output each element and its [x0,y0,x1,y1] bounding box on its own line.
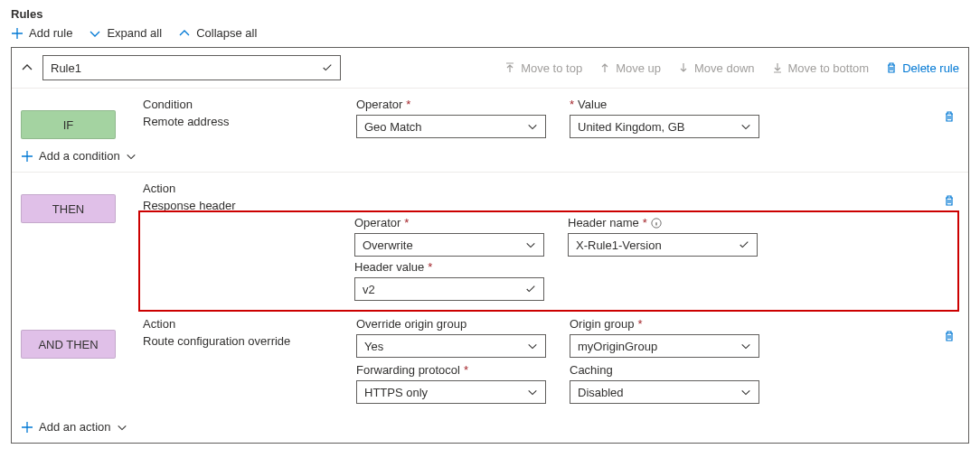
chevron-down-icon [740,121,751,132]
if-badge: IF [21,110,116,139]
action2-label: Action [143,317,351,331]
trash-icon [885,61,898,74]
info-icon[interactable] [651,218,662,229]
required-marker: * [464,363,468,377]
action-label: Action [143,182,351,195]
value-label: Value [578,98,607,111]
delete-rule-label: Delete rule [902,61,959,75]
move-top-label: Move to top [521,61,582,75]
condition-operator-value: Geo Match [364,120,422,134]
required-marker: * [570,98,574,111]
caching-label: Caching [570,363,777,377]
required-marker: * [643,216,647,229]
action1-operator-value: Overwrite [363,238,413,252]
add-rule-label: Add rule [29,26,72,40]
operator-label: Operator [356,98,402,111]
add-condition-button[interactable]: Add a condition [12,144,968,172]
chevron-down-icon [527,121,538,132]
chevron-down-icon [117,422,127,433]
origin-group-select[interactable]: myOriginGroup [570,334,759,358]
move-bottom-icon [771,61,784,74]
chevron-down-icon [525,239,536,250]
collapse-all-label: Collapse all [196,26,257,40]
move-up-button: Move up [598,61,661,75]
chevron-down-icon [89,27,101,40]
trash-icon [943,194,956,207]
chevron-up-icon [178,27,191,40]
header-name-value: X-Rule1-Version [576,238,662,252]
add-action-label: Add an action [39,420,111,434]
plus-icon [21,421,33,434]
condition-value-select[interactable]: United Kingdom, GB [570,115,759,138]
rules-toolbar: Add rule Expand all Collapse all [11,26,969,40]
add-rule-button[interactable]: Add rule [11,26,72,40]
plus-icon [11,27,24,40]
action1-operator-label: Operator [354,216,400,229]
caching-value: Disabled [578,386,624,399]
chevron-down-icon [740,341,751,351]
page-title: Rules [11,7,969,21]
check-icon [525,284,536,294]
move-up-label: Move up [616,61,661,75]
override-origin-value: Yes [364,340,383,353]
check-icon [739,239,749,250]
condition-label: Condition [143,98,351,111]
collapse-all-button[interactable]: Collapse all [178,26,257,40]
required-marker: * [638,317,643,331]
delete-rule-button[interactable]: Delete rule [885,61,959,75]
origin-group-value: myOriginGroup [578,340,657,353]
chevron-down-icon [527,341,538,351]
condition-value: Remote address [143,115,351,128]
forwarding-protocol-select[interactable]: HTTPS only [356,380,546,404]
action2-value: Route configuration override [143,334,351,348]
then-badge: THEN [21,194,116,223]
header-value-value: v2 [363,283,375,296]
arrow-up-icon [598,61,611,74]
arrow-down-icon [677,61,690,74]
condition-operator-select[interactable]: Geo Match [356,115,546,138]
add-condition-label: Add a condition [39,149,120,163]
origin-group-label: Origin group [570,317,635,331]
move-top-icon [504,61,516,74]
rule-panel: Rule1 Move to top Move up Move down Move… [11,47,969,444]
plus-icon [21,150,33,163]
and-then-badge: AND THEN [21,330,116,359]
expand-all-button[interactable]: Expand all [89,26,162,40]
header-value-input[interactable]: v2 [354,277,544,301]
move-down-button: Move down [677,61,754,75]
delete-condition-button[interactable] [943,98,959,144]
move-down-label: Move down [694,61,754,75]
header-name-label: Header name [568,216,639,229]
move-bottom-label: Move to bottom [788,61,870,75]
delete-action2-button[interactable] [943,317,959,409]
required-marker: * [428,260,432,274]
protocol-label: Forwarding protocol [356,363,460,377]
override-label: Override origin group [356,317,564,331]
move-to-top-button: Move to top [504,61,582,75]
chevron-down-icon [126,151,137,162]
expand-all-label: Expand all [107,26,162,40]
check-icon [322,62,333,73]
caching-select[interactable]: Disabled [570,380,759,404]
header-value-label: Header value [354,260,424,274]
trash-icon [943,110,956,123]
rule-name-input[interactable]: Rule1 [42,55,341,80]
required-marker: * [406,98,410,111]
if-section: IF Condition Remote address Operator * G… [12,89,968,144]
rule-name-value: Rule1 [51,61,81,75]
collapse-rule-icon[interactable] [21,61,33,74]
required-marker: * [404,216,409,229]
trash-icon [943,330,956,342]
and-then-section: AND THEN Action Route configuration over… [12,317,968,409]
forwarding-protocol-value: HTTPS only [364,386,428,399]
override-origin-select[interactable]: Yes [356,334,546,358]
move-to-bottom-button: Move to bottom [771,61,870,75]
rule-header: Rule1 Move to top Move up Move down Move… [12,48,968,88]
chevron-down-icon [740,387,751,397]
header-name-input[interactable]: X-Rule1-Version [568,233,758,257]
chevron-down-icon [527,387,538,397]
add-action-button[interactable]: Add an action [12,415,968,443]
action1-operator-select[interactable]: Overwrite [354,233,544,257]
highlighted-box: x Operator * Overwrite Header name * X-R… [138,210,959,312]
condition-value-value: United Kingdom, GB [578,120,685,134]
